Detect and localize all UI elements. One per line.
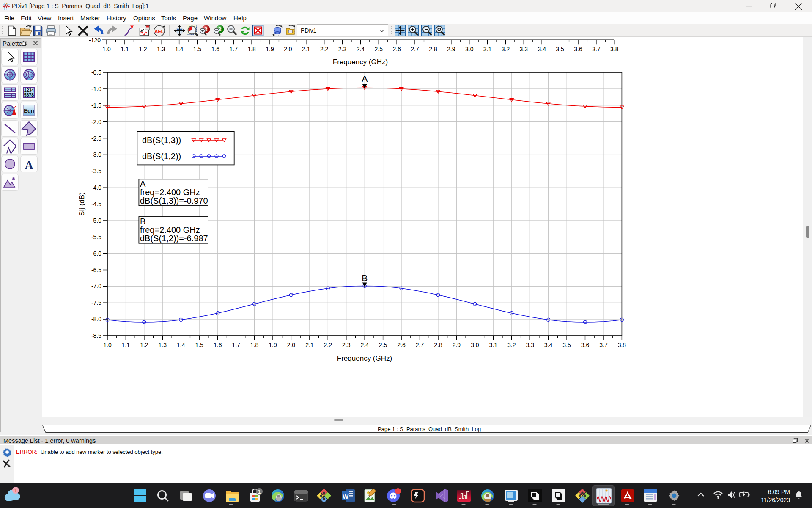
svg-text:-3.0: -3.0 — [91, 151, 102, 158]
svg-text:3.2: 3.2 — [508, 342, 516, 348]
svg-text:-0.5: -0.5 — [91, 69, 102, 76]
svg-text:3.4: 3.4 — [544, 342, 553, 348]
svg-text:2.9: 2.9 — [447, 46, 455, 52]
svg-text:-6.5: -6.5 — [91, 267, 102, 273]
svg-text:3.8: 3.8 — [618, 342, 626, 348]
svg-text:-120: -120 — [89, 37, 101, 44]
svg-text:1.3: 1.3 — [157, 46, 165, 52]
svg-text:2.5: 2.5 — [379, 342, 387, 348]
svg-text:1.2: 1.2 — [140, 342, 148, 348]
svg-text:1: 1 — [14, 488, 17, 494]
svg-text:3.6: 3.6 — [574, 46, 582, 52]
svg-text:2.0: 2.0 — [287, 342, 296, 348]
svg-text:freq=2.400 GHz: freq=2.400 GHz — [140, 225, 200, 235]
svg-text:1.4: 1.4 — [177, 342, 185, 348]
svg-text:A: A — [140, 179, 146, 188]
svg-text:W: W — [343, 493, 349, 500]
svg-text:AEL: AEL — [155, 29, 164, 34]
svg-text:1.1: 1.1 — [121, 46, 129, 52]
svg-text:3.3: 3.3 — [526, 342, 534, 348]
svg-text:2.6: 2.6 — [392, 46, 401, 52]
svg-text:-5.5: -5.5 — [91, 234, 102, 240]
svg-text:Frequency (GHz): Frequency (GHz) — [337, 354, 392, 362]
svg-text:3.5: 3.5 — [562, 342, 571, 348]
svg-text:2.0: 2.0 — [284, 46, 292, 52]
svg-text:-8.5: -8.5 — [91, 332, 102, 339]
svg-text:B: B — [140, 217, 145, 226]
svg-text:2.2: 2.2 — [324, 342, 332, 348]
svg-text:2.9: 2.9 — [453, 342, 461, 348]
svg-text:-5.0: -5.0 — [91, 217, 102, 224]
svg-text:-2.5: -2.5 — [91, 135, 102, 142]
svg-text:3.5: 3.5 — [556, 46, 564, 52]
svg-text:Frequency (GHz): Frequency (GHz) — [333, 58, 388, 66]
svg-text:2.4: 2.4 — [357, 46, 365, 52]
svg-text:2.1: 2.1 — [302, 46, 310, 52]
svg-text:A: A — [362, 74, 368, 83]
svg-text:1.7: 1.7 — [230, 46, 238, 52]
svg-text:2.6: 2.6 — [397, 342, 406, 348]
svg-text:2.5: 2.5 — [375, 46, 383, 52]
svg-text:-7.5: -7.5 — [91, 299, 102, 306]
svg-text:1.2: 1.2 — [139, 46, 147, 52]
svg-text:2.2: 2.2 — [320, 46, 329, 52]
svg-text:3.4: 3.4 — [538, 46, 546, 52]
svg-text:1.8: 1.8 — [247, 46, 256, 52]
svg-text:2.3: 2.3 — [338, 46, 347, 52]
svg-text:2.7: 2.7 — [416, 342, 424, 348]
svg-text:-3.5: -3.5 — [91, 168, 102, 174]
svg-text:Eqn: Eqn — [24, 108, 34, 114]
svg-text:dB(S(1,2))=-6.987: dB(S(1,2))=-6.987 — [140, 234, 208, 243]
svg-text:1.7: 1.7 — [232, 342, 240, 348]
svg-text:1.8: 1.8 — [250, 342, 259, 348]
svg-text:1.5: 1.5 — [193, 46, 202, 52]
svg-text:2.3: 2.3 — [342, 342, 351, 348]
svg-text:2.1: 2.1 — [305, 342, 314, 348]
svg-text:dB(S(1,2)): dB(S(1,2)) — [142, 152, 181, 161]
svg-text:3.3: 3.3 — [520, 46, 528, 52]
svg-text:-8.0: -8.0 — [91, 316, 102, 323]
svg-text:dB(S(1,3)): dB(S(1,3)) — [142, 135, 181, 145]
svg-text:dB(S(1,3))=-0.970: dB(S(1,3))=-0.970 — [140, 196, 208, 205]
svg-text:A: A — [25, 158, 33, 171]
svg-text:1.9: 1.9 — [266, 46, 274, 52]
svg-text:3.7: 3.7 — [599, 342, 608, 348]
svg-text:3.0: 3.0 — [465, 46, 474, 52]
svg-text:1.5: 1.5 — [195, 342, 203, 348]
svg-text:1.9: 1.9 — [269, 342, 277, 348]
svg-text:-1.0: -1.0 — [91, 86, 102, 92]
svg-text:Sij (dB): Sij (dB) — [78, 192, 86, 216]
svg-text:1.3: 1.3 — [159, 342, 167, 348]
svg-text:1.4: 1.4 — [175, 46, 184, 52]
svg-text:3.2: 3.2 — [502, 46, 510, 52]
svg-text:3.8: 3.8 — [610, 46, 619, 52]
svg-text:-1.5: -1.5 — [91, 102, 102, 109]
svg-text:2.8: 2.8 — [434, 342, 442, 348]
svg-text:-4.5: -4.5 — [91, 201, 102, 207]
svg-text:1.6: 1.6 — [214, 342, 222, 348]
svg-text:1.1: 1.1 — [122, 342, 130, 348]
svg-text:B: B — [362, 273, 368, 283]
svg-text:3.1: 3.1 — [483, 46, 492, 52]
svg-text:2.4: 2.4 — [360, 342, 369, 348]
svg-text:1.0: 1.0 — [102, 46, 111, 52]
svg-text:3.6: 3.6 — [581, 342, 590, 348]
svg-text:1.0: 1.0 — [103, 342, 112, 348]
svg-text:freq=2.400 GHz: freq=2.400 GHz — [140, 188, 200, 197]
svg-text:5678: 5678 — [24, 92, 34, 97]
svg-text:-7.0: -7.0 — [91, 283, 102, 290]
svg-text:1.6: 1.6 — [211, 46, 220, 52]
svg-text:-6.0: -6.0 — [91, 250, 102, 257]
svg-text:2.7: 2.7 — [411, 46, 419, 52]
svg-text:3.1: 3.1 — [489, 342, 498, 348]
svg-text:1: 1 — [258, 489, 261, 495]
svg-text:-2.0: -2.0 — [91, 119, 102, 125]
svg-text:2.8: 2.8 — [429, 46, 437, 52]
svg-text:-4.0: -4.0 — [91, 184, 102, 191]
svg-text:3.7: 3.7 — [592, 46, 601, 52]
svg-text:3.0: 3.0 — [471, 342, 479, 348]
